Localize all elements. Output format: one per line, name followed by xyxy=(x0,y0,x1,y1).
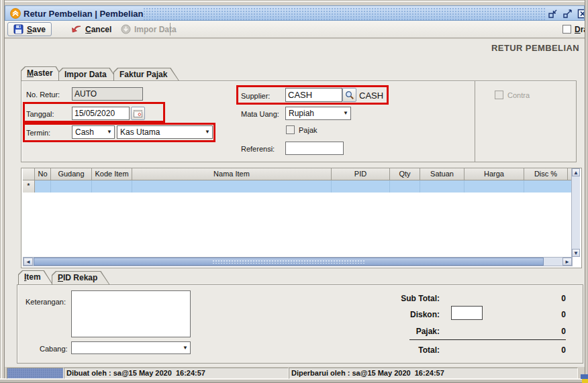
referensi-label: Referensi: xyxy=(241,145,275,153)
total-label: Total: xyxy=(346,345,440,355)
save-floppy-icon xyxy=(13,24,23,34)
termin-select[interactable]: Cash ▼ xyxy=(72,125,115,139)
window-frame-left xyxy=(0,0,5,383)
referensi-field[interactable] xyxy=(285,142,344,155)
maximize-window-icon[interactable] xyxy=(562,9,573,19)
column-header-harga[interactable]: Harga xyxy=(464,168,524,180)
window-frame-top xyxy=(0,0,588,5)
tab-pid-rekap[interactable]: PID Rekap xyxy=(52,271,109,284)
background-window-fragment xyxy=(582,379,588,383)
table-row[interactable] xyxy=(524,180,573,193)
table-row[interactable] xyxy=(464,180,524,193)
app-window: Retur Pembelian | Pembelian Save xyxy=(0,0,588,383)
close-window-icon[interactable] xyxy=(577,9,585,19)
page-title: RETUR PEMBELIAN xyxy=(491,43,579,53)
table-row[interactable] xyxy=(35,180,51,193)
calendar-button[interactable] xyxy=(131,107,145,120)
tanggal-field[interactable]: 15/05/2020 xyxy=(72,107,130,120)
scrollbar-grip-texture xyxy=(212,260,364,264)
kas-value: Kas Utama xyxy=(120,127,160,137)
no-retur-value: AUTO xyxy=(75,89,97,99)
horizontal-scrollbar[interactable]: ◄ ► xyxy=(23,257,573,266)
sub-total-label: Sub Total: xyxy=(346,294,440,303)
supplier-name-text: CASH xyxy=(359,91,383,101)
app-logo-icon xyxy=(10,8,21,19)
title-bar[interactable]: Retur Pembelian | Pembelian xyxy=(5,5,585,21)
tab-impor-data[interactable]: Impor Data xyxy=(58,68,119,81)
termin-label: Termin: xyxy=(26,129,50,137)
tanggal-label: Tanggal: xyxy=(26,110,54,118)
diskon-value: 0 xyxy=(485,310,566,319)
chevron-down-icon: ▼ xyxy=(205,129,210,135)
supplier-search-button[interactable] xyxy=(342,88,356,102)
tanggal-value: 15/05/2020 xyxy=(75,109,115,118)
cancel-button-label: Cancel xyxy=(85,25,111,34)
pajak-checkbox[interactable] xyxy=(286,125,295,134)
status-progress-box xyxy=(7,368,64,379)
tab-faktur-pajak[interactable]: Faktur Pajak xyxy=(113,68,179,81)
window-frame-right xyxy=(585,0,588,383)
kas-select[interactable]: Kas Utama ▼ xyxy=(117,125,213,139)
scroll-right-icon[interactable]: ► xyxy=(562,258,572,266)
column-header-gudang[interactable]: Gudang xyxy=(51,168,92,180)
column-header-kode-item[interactable]: Kode Item xyxy=(92,168,132,180)
chevron-down-icon: ▼ xyxy=(343,110,348,116)
table-row[interactable] xyxy=(390,180,420,193)
tab-pid-rekap-label: PID Rekap xyxy=(52,273,109,282)
supplier-field[interactable]: CASH xyxy=(285,88,342,102)
toolbar-separator xyxy=(170,23,170,36)
no-retur-field: AUTO xyxy=(72,87,143,101)
table-row[interactable] xyxy=(132,180,332,193)
impor-data-button: Impor Data xyxy=(115,22,182,36)
termin-value: Cash xyxy=(75,127,94,137)
tab-faktur-pajak-label: Faktur Pajak xyxy=(113,70,179,79)
titlebar-texture xyxy=(143,7,546,20)
window-frame-bottom xyxy=(0,378,588,383)
vertical-scrollbar[interactable]: ▲ ▼ xyxy=(571,168,580,257)
background-window-fragment xyxy=(581,374,588,379)
sub-total-value: 0 xyxy=(485,294,566,303)
window-title: Retur Pembelian | Pembelian xyxy=(23,9,143,19)
column-header-no[interactable]: No xyxy=(35,168,51,180)
contra-checkbox xyxy=(495,91,503,99)
panel-divider xyxy=(475,81,475,162)
contra-checkbox-label: Contra xyxy=(507,91,530,99)
restore-window-icon[interactable] xyxy=(548,9,558,19)
table-row[interactable] xyxy=(420,180,464,193)
tab-item[interactable]: Item xyxy=(18,270,53,284)
form-content: RETUR PEMBELIAN Master Impor Data Faktur… xyxy=(5,39,585,367)
cabang-select[interactable]: ▼ xyxy=(71,341,191,354)
supplier-label: Supplier: xyxy=(241,92,270,100)
save-button[interactable]: Save xyxy=(7,22,52,36)
chevron-down-icon: ▼ xyxy=(107,129,112,135)
scroll-down-icon[interactable]: ▼ xyxy=(572,249,580,257)
horizontal-scrollbar-thumb[interactable] xyxy=(34,258,544,266)
save-button-label: Save xyxy=(27,25,46,34)
table-row[interactable] xyxy=(332,180,390,193)
pajak-checkbox-label: Pajak xyxy=(299,126,317,134)
keterangan-textarea[interactable] xyxy=(71,290,191,337)
pajak-total-value: 0 xyxy=(485,327,566,336)
cancel-button[interactable]: Cancel xyxy=(65,22,117,36)
mata-uang-select[interactable]: Rupiah ▼ xyxy=(285,107,351,120)
scroll-left-icon[interactable]: ◄ xyxy=(23,258,33,266)
keterangan-label: Keterangan: xyxy=(26,298,66,306)
column-header-satuan[interactable]: Satuan xyxy=(420,168,464,180)
cancel-arrow-icon xyxy=(70,24,82,34)
scroll-up-icon[interactable]: ▲ xyxy=(572,168,580,176)
diskon-input[interactable] xyxy=(451,306,483,320)
new-row-marker[interactable]: * xyxy=(23,180,35,193)
draft-checkbox[interactable] xyxy=(562,25,571,34)
column-header-qty[interactable]: Qty xyxy=(390,168,420,180)
totals-divider xyxy=(409,339,566,340)
status-updated-text: Diperbarui oleh : sa@15 May 2020 16:24:5… xyxy=(289,368,578,379)
table-row[interactable] xyxy=(51,180,92,193)
column-header-pid[interactable]: PID xyxy=(332,168,390,180)
supplier-value: CASH xyxy=(288,90,312,100)
search-icon xyxy=(345,91,354,100)
import-download-icon xyxy=(121,24,131,34)
table-row[interactable] xyxy=(92,180,132,193)
column-header-disc[interactable]: Disc % xyxy=(524,168,568,180)
tab-item-label: Item xyxy=(18,272,53,282)
column-header-nama-item[interactable]: Nama Item xyxy=(132,168,332,180)
